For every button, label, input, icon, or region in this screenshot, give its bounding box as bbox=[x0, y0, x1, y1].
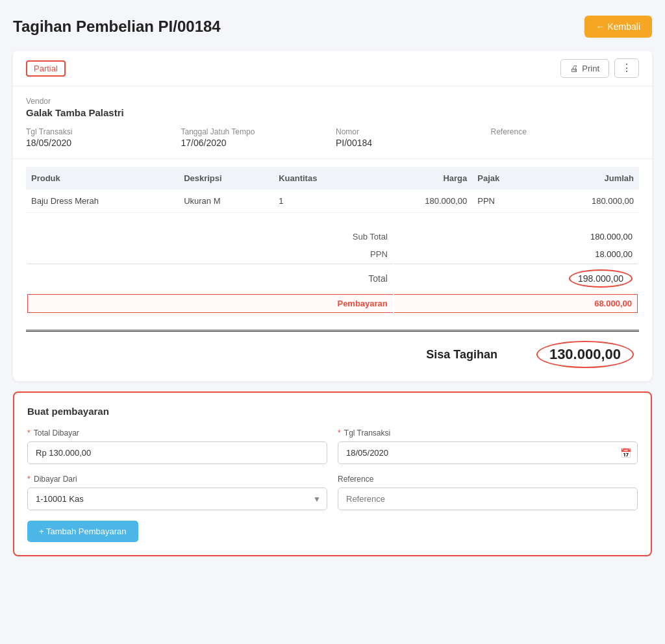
tgl-transaksi-input-wrapper: 📅 bbox=[338, 441, 638, 464]
total-circle-value: 198.000,00 bbox=[569, 269, 633, 288]
total-value: 198.000,00 bbox=[394, 264, 638, 293]
invoice-meta: Tgl Transaksi 18/05/2020 Tanggal Jatuh T… bbox=[26, 127, 639, 148]
total-dibayar-group: * Total Dibayar bbox=[27, 428, 327, 464]
nomor-value: PI/00184 bbox=[336, 138, 484, 148]
reference-label: Reference bbox=[491, 127, 640, 136]
sisa-tagihan-label: Sisa Tagihan bbox=[426, 348, 497, 362]
ppn-value: 18.000,00 bbox=[394, 246, 638, 262]
print-label: Print bbox=[582, 64, 599, 73]
page-header: Tagihan Pembelian PI/00184 ← Kembali bbox=[13, 16, 652, 38]
tgl-transaksi-payment-group: * Tgl Transaksi 📅 bbox=[338, 428, 638, 464]
dibayar-dari-group: * Dibayar Dari 1-10001 Kas ▼ bbox=[27, 475, 327, 510]
cell-harga: 180.000,00 bbox=[369, 190, 472, 213]
reference-payment-label: Reference bbox=[338, 475, 638, 484]
print-icon: 🖨 bbox=[570, 64, 579, 73]
card-toolbar: Partial 🖨 Print ⋮ bbox=[13, 51, 652, 86]
payment-form-grid-2: * Dibayar Dari 1-10001 Kas ▼ Reference bbox=[27, 475, 638, 510]
col-pajak: Pajak bbox=[472, 167, 536, 190]
dibayar-dari-required: * bbox=[27, 475, 31, 484]
status-badge: Partial bbox=[26, 60, 66, 77]
tgl-jatuh-tempo-group: Tanggal Jatuh Tempo 17/06/2020 bbox=[181, 127, 330, 148]
sub-total-row: Sub Total 180.000,00 bbox=[27, 229, 638, 245]
vendor-label: Vendor bbox=[26, 97, 639, 106]
pembayaran-row: Pembayaran 68.000,00 bbox=[27, 294, 638, 313]
sisa-tagihan-row: Sisa Tagihan 130.000,00 bbox=[13, 332, 652, 381]
col-harga: Harga bbox=[369, 167, 472, 190]
cell-produk: Baju Dress Merah bbox=[26, 190, 179, 213]
total-label: Total bbox=[27, 264, 393, 293]
reference-payment-group: Reference bbox=[338, 475, 638, 510]
tgl-jatuh-tempo-label: Tanggal Jatuh Tempo bbox=[181, 127, 330, 136]
tgl-transaksi-payment-required: * bbox=[338, 428, 341, 438]
payment-form-card: Buat pembayaran * Total Dibayar * Tgl Tr… bbox=[13, 391, 652, 556]
reference-group: Reference bbox=[491, 127, 640, 148]
sisa-tagihan-value: 130.000,00 bbox=[536, 341, 634, 368]
sub-total-label: Sub Total bbox=[27, 229, 393, 245]
product-table-section: Produk Deskripsi Kuantitas Harga Pajak J… bbox=[13, 167, 652, 213]
page-title: Tagihan Pembelian PI/00184 bbox=[13, 18, 221, 36]
toolbar-actions: 🖨 Print ⋮ bbox=[560, 58, 639, 78]
total-row: Total 198.000,00 bbox=[27, 264, 638, 293]
nomor-label: Nomor bbox=[336, 127, 484, 136]
dibayar-dari-select-wrapper: 1-10001 Kas ▼ bbox=[27, 488, 327, 510]
product-table: Produk Deskripsi Kuantitas Harga Pajak J… bbox=[26, 167, 639, 213]
totals-table: Sub Total 180.000,00 PPN 18.000,00 Total… bbox=[26, 227, 639, 314]
payment-form-grid-1: * Total Dibayar * Tgl Transaksi 📅 bbox=[27, 428, 638, 464]
more-button[interactable]: ⋮ bbox=[614, 58, 639, 78]
vendor-section: Vendor Galak Tamba Palastri Tgl Transaks… bbox=[13, 86, 652, 159]
total-dibayar-input[interactable] bbox=[27, 441, 327, 464]
col-produk: Produk bbox=[26, 167, 179, 190]
pembayaran-value: 68.000,00 bbox=[394, 294, 638, 313]
tgl-transaksi-group: Tgl Transaksi 18/05/2020 bbox=[26, 127, 175, 148]
tgl-transaksi-payment-label: * Tgl Transaksi bbox=[338, 428, 638, 438]
col-kuantitas: Kuantitas bbox=[273, 167, 369, 190]
cell-pajak: PPN bbox=[472, 190, 536, 213]
reference-payment-input[interactable] bbox=[338, 488, 638, 510]
dibayar-dari-select[interactable]: 1-10001 Kas bbox=[27, 488, 327, 510]
col-jumlah: Jumlah bbox=[536, 167, 639, 190]
col-deskripsi: Deskripsi bbox=[179, 167, 273, 190]
tgl-transaksi-payment-input[interactable] bbox=[338, 441, 638, 464]
sub-total-value: 180.000,00 bbox=[394, 229, 638, 245]
dibayar-dari-label: * Dibayar Dari bbox=[27, 475, 327, 484]
nomor-group: Nomor PI/00184 bbox=[336, 127, 484, 148]
total-dibayar-label: * Total Dibayar bbox=[27, 428, 327, 438]
cell-jumlah: 180.000,00 bbox=[536, 190, 639, 213]
invoice-card: Partial 🖨 Print ⋮ Vendor Galak Tamba Pal… bbox=[13, 51, 652, 381]
totals-section: Sub Total 180.000,00 PPN 18.000,00 Total… bbox=[13, 221, 652, 327]
pembayaran-label: Pembayaran bbox=[27, 294, 393, 313]
ppn-row: PPN 18.000,00 bbox=[27, 246, 638, 262]
payment-form-title: Buat pembayaran bbox=[27, 406, 638, 417]
cell-deskripsi: Ukuran M bbox=[179, 190, 273, 213]
table-row: Baju Dress Merah Ukuran M 1 180.000,00 P… bbox=[26, 190, 639, 213]
tgl-transaksi-value: 18/05/2020 bbox=[26, 138, 175, 148]
ppn-label: PPN bbox=[27, 246, 393, 262]
vendor-name: Galak Tamba Palastri bbox=[26, 107, 639, 118]
tgl-jatuh-tempo-value: 17/06/2020 bbox=[181, 138, 330, 148]
kembali-button[interactable]: ← Kembali bbox=[584, 16, 652, 38]
print-button[interactable]: 🖨 Print bbox=[560, 59, 609, 78]
tambah-pembayaran-button[interactable]: + Tambah Pembayaran bbox=[27, 521, 138, 542]
tgl-transaksi-label: Tgl Transaksi bbox=[26, 127, 175, 136]
cell-kuantitas: 1 bbox=[273, 190, 369, 213]
total-dibayar-required: * bbox=[27, 428, 31, 438]
